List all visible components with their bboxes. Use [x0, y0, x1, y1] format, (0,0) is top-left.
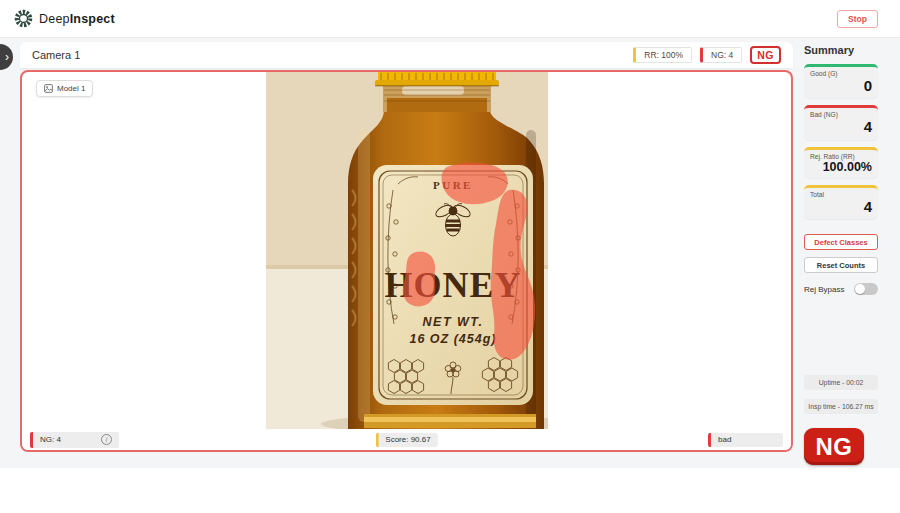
- uptime-chip: Uptime - 00:02: [804, 375, 878, 390]
- status-badge: NG: [750, 46, 781, 64]
- good-count-label: Good (G): [810, 70, 872, 77]
- result-badge: NG: [804, 428, 864, 465]
- good-count-value: 0: [810, 77, 872, 94]
- reset-counts-button[interactable]: Reset Counts: [804, 257, 878, 273]
- insp-time-chip: Insp time - 106.27 ms: [804, 399, 878, 414]
- total-count-label: Total: [810, 191, 872, 198]
- rejection-ratio-value: 100.00%: [810, 160, 872, 174]
- model-selector-chip[interactable]: Model 1: [36, 80, 93, 97]
- camera-title: Camera 1: [32, 49, 80, 61]
- camera-status-chips: RR: 100% NG: 4 NG: [633, 46, 781, 64]
- result-footer-bar: NG: 4 i Score: 90.67 bad: [22, 429, 791, 450]
- rejection-ratio-card: Rej. Ratio (RR) 100.00%: [804, 147, 878, 178]
- bad-count-card: Bad (NG) 4: [804, 105, 878, 139]
- bad-count-value: 4: [810, 118, 872, 135]
- label-size-text: 16 OZ (454g): [409, 332, 496, 346]
- summary-sidebar: Summary Good (G) 0 Bad (NG) 4 Rej. Ratio…: [804, 44, 878, 465]
- toggle-knob: [855, 284, 865, 294]
- footer-score-chip: Score: 90.67: [375, 433, 437, 447]
- rej-bypass-row: Rej Bypass: [804, 283, 878, 295]
- defect-classes-button[interactable]: Defect Classes: [804, 234, 878, 250]
- camera-feed-view: PURE HONEY NET WT. 16 OZ (454g): [22, 72, 791, 429]
- total-count-value: 4: [810, 198, 872, 215]
- app-logo: DeepInspect: [14, 9, 115, 28]
- footer-class-chip: bad: [708, 433, 783, 447]
- total-count-card: Total 4: [804, 185, 878, 219]
- summary-heading: Summary: [804, 44, 878, 56]
- gear-logo-icon: [14, 9, 33, 28]
- footer-ng-label: NG: 4: [40, 435, 61, 444]
- rej-bypass-toggle[interactable]: [854, 283, 878, 295]
- picture-icon: [44, 84, 53, 93]
- bad-count-label: Bad (NG): [810, 111, 872, 118]
- label-netwt-text: NET WT.: [422, 315, 483, 329]
- rejection-ratio-chip: RR: 100%: [633, 47, 692, 63]
- inspection-panel: Model 1: [20, 70, 793, 452]
- stop-button[interactable]: Stop: [837, 10, 878, 28]
- rejection-ratio-label: Rej. Ratio (RR): [810, 153, 872, 160]
- app-title: DeepInspect: [39, 12, 115, 26]
- rej-bypass-label: Rej Bypass: [804, 285, 844, 294]
- ng-count-chip: NG: 4: [700, 47, 742, 63]
- top-bar: DeepInspect Stop: [0, 0, 900, 38]
- chevron-right-icon: ›: [5, 50, 9, 64]
- camera-section: Camera 1 RR: 100% NG: 4 NG Model 1: [20, 42, 793, 452]
- footer-ng-chip: NG: 4 i: [30, 432, 119, 448]
- camera-header: Camera 1 RR: 100% NG: 4 NG: [20, 42, 793, 68]
- info-icon[interactable]: i: [101, 434, 112, 445]
- honey-bottle-image: PURE HONEY NET WT. 16 OZ (454g): [266, 72, 548, 429]
- bottle-cap: [375, 72, 499, 87]
- model-chip-label: Model 1: [57, 84, 85, 93]
- good-count-card: Good (G) 0: [804, 64, 878, 98]
